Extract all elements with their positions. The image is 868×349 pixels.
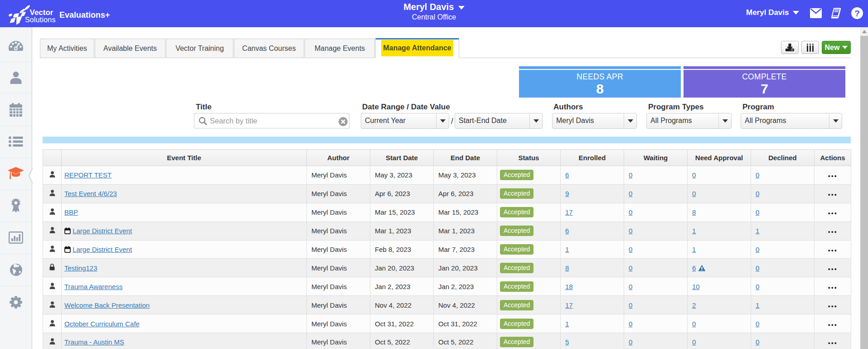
svg-text:?: ? [854,9,860,18]
